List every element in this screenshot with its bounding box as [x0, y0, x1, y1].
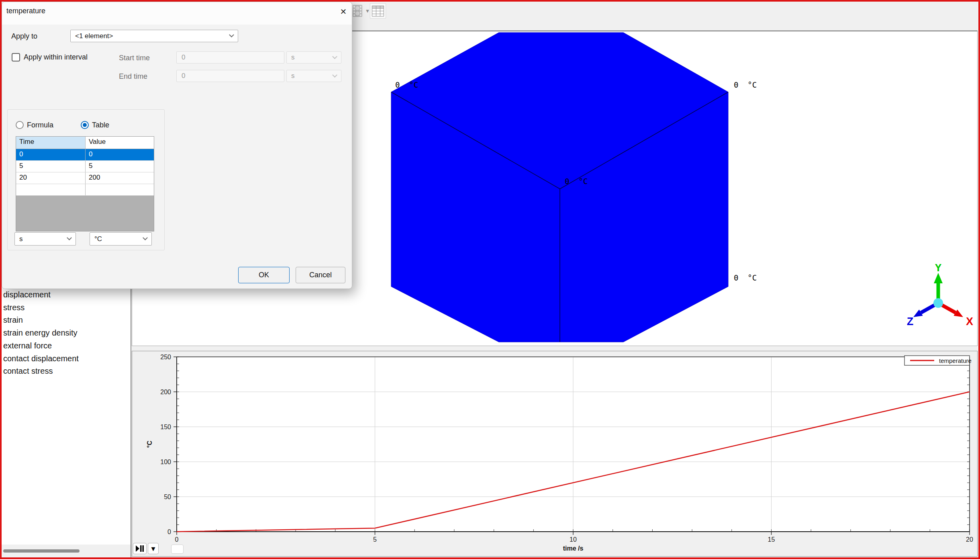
start-time-unit-value: s [291, 53, 295, 61]
results-list: displacementstressstrainstrain energy de… [2, 289, 128, 378]
x-tick-label: 0 [175, 536, 179, 543]
table-cell[interactable]: 0 [16, 149, 86, 160]
chevron-down-icon [143, 235, 148, 240]
y-tick-label: 100 [160, 459, 171, 465]
y-tick-label: 200 [160, 389, 171, 395]
z-axis-label: Z [907, 315, 914, 328]
table-cell[interactable]: 20 [16, 172, 86, 184]
triad-origin [933, 298, 943, 308]
end-time-unit-value: s [291, 72, 295, 80]
dialog-titlebar[interactable] [2, 2, 352, 25]
y-axis-label: Y [935, 264, 942, 274]
x-tick-label: 5 [373, 536, 377, 543]
sidebar-item-stress[interactable]: stress [2, 301, 128, 314]
chevron-down-icon [332, 72, 337, 78]
table-row[interactable]: 55 [16, 161, 154, 172]
axis-triad: Y X Z [902, 264, 978, 330]
value-unit-value: °C [94, 235, 102, 243]
sidebar-item-contact-displacement[interactable]: contact displacement [2, 352, 128, 365]
column-header[interactable]: Time [16, 137, 86, 149]
ok-button[interactable]: OK [238, 267, 290, 283]
x-axis-title: time /s [563, 545, 584, 552]
end-time-label: End time [119, 72, 147, 81]
table-cell[interactable]: 200 [86, 172, 154, 184]
table-row[interactable] [16, 184, 154, 196]
column-header[interactable]: Value [86, 137, 154, 149]
apply-to-label: Apply to [11, 32, 37, 41]
y-axis-arrowhead [934, 273, 943, 283]
end-time-input[interactable] [176, 70, 284, 82]
definition-groupbox: Formula Table TimeValue005520200 s °C [7, 109, 165, 250]
close-button[interactable]: ✕ [337, 5, 350, 18]
chevron-down-icon [229, 32, 234, 37]
sidebar-item-contact-stress[interactable]: contact stress [2, 365, 128, 378]
table-row[interactable]: 00 [16, 149, 154, 161]
table-radio-label: Table [92, 121, 109, 129]
table-cell[interactable]: 5 [86, 161, 154, 172]
time-value-table[interactable]: TimeValue005520200 [16, 136, 154, 231]
legend-label: temperature [939, 357, 972, 364]
node-temperature-label: 0 °C [734, 80, 757, 89]
horizontal-scrollbar-thumb[interactable] [3, 549, 80, 553]
play-pause-button[interactable] [133, 543, 147, 554]
time-unit-select[interactable]: s [14, 232, 76, 246]
node-temperature-label: 0 °C [734, 273, 757, 282]
y-tick-label: 50 [164, 493, 171, 500]
sidebar-item-strain[interactable]: strain [2, 314, 128, 327]
apply-to-value: <1 element> [75, 32, 113, 40]
play-pause-icon [135, 545, 144, 552]
sidebar-item-external-force[interactable]: external force [2, 340, 128, 352]
time-unit-value: s [19, 235, 23, 243]
chevron-down-icon: ▼ [151, 546, 155, 552]
formula-radio-label: Formula [27, 121, 53, 129]
dialog-title: temperature [6, 7, 45, 15]
end-time-unit-select[interactable]: s [286, 70, 341, 82]
y-tick-label: 0 [167, 528, 171, 535]
temperature-dialog: temperature ✕ Apply to <1 element> Apply… [2, 2, 352, 289]
table-cell[interactable]: 0 [86, 149, 154, 160]
table-radio[interactable] [81, 121, 89, 129]
chevron-down-icon [332, 54, 337, 59]
app-window: ▾ displacementstressstrainstrain energy … [0, 0, 980, 559]
apply-within-interval-label: Apply within interval [24, 53, 88, 61]
node-temperature-label: 0 °C [565, 177, 588, 186]
table-icon [372, 6, 384, 16]
chevron-down-icon [67, 235, 72, 240]
formula-radio[interactable] [16, 121, 24, 129]
table-view-button[interactable] [370, 3, 386, 18]
x-axis-label: X [966, 315, 973, 328]
x-tick-label: 10 [570, 536, 577, 543]
chevron-down-icon: ▾ [366, 8, 369, 14]
x-tick-label: 20 [966, 536, 973, 543]
cancel-button[interactable]: Cancel [296, 267, 345, 283]
sidebar-item-strain-energy-density[interactable]: strain energy density [2, 327, 128, 340]
y-axis-title: °C [146, 440, 153, 448]
table-header-row: TimeValue [16, 137, 154, 149]
start-time-label: Start time [119, 54, 150, 62]
table-cell[interactable]: 5 [16, 161, 86, 172]
node-temperature-label: 0 °C [395, 80, 418, 89]
start-time-input[interactable] [176, 51, 284, 63]
value-unit-select[interactable]: °C [90, 232, 152, 246]
sidebar-item-displacement[interactable]: displacement [2, 289, 128, 301]
y-tick-label: 150 [160, 424, 171, 430]
table-cell[interactable] [16, 184, 86, 195]
x-tick-label: 15 [768, 536, 775, 543]
chart-panel: 05101520050100150200250time /s°Ctemperat… [132, 351, 978, 557]
y-tick-label: 250 [160, 354, 171, 360]
table-cell[interactable] [86, 184, 154, 195]
apply-to-select[interactable]: <1 element> [70, 30, 238, 42]
start-time-unit-select[interactable]: s [286, 51, 341, 63]
animation-menu-button[interactable]: ▼ [148, 543, 159, 554]
frame-field[interactable] [171, 545, 184, 554]
table-row[interactable]: 20200 [16, 172, 154, 184]
apply-within-interval-checkbox[interactable] [12, 53, 20, 61]
film-icon [351, 4, 363, 17]
temperature-chart: 05101520050100150200250time /s°Ctemperat… [132, 351, 978, 557]
